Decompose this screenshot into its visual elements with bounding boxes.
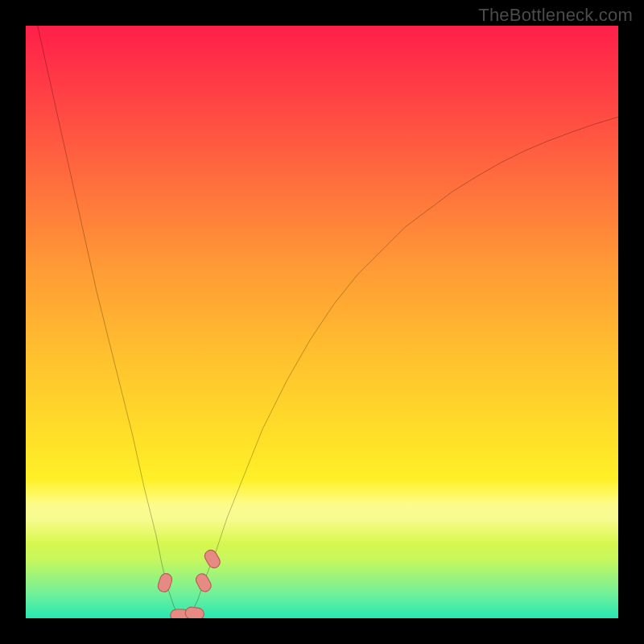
pill-right-low (194, 572, 213, 593)
plot-area (26, 26, 618, 618)
pill-left-low (156, 572, 173, 594)
pill-bottom-2 (184, 606, 204, 618)
pill-right-up (203, 548, 222, 570)
watermark-text: TheBottleneck.com (478, 5, 633, 26)
marker-group (156, 548, 222, 618)
bottleneck-curve-path (38, 26, 618, 618)
chart-frame: TheBottleneck.com (0, 0, 644, 644)
curve-svg (26, 26, 618, 618)
